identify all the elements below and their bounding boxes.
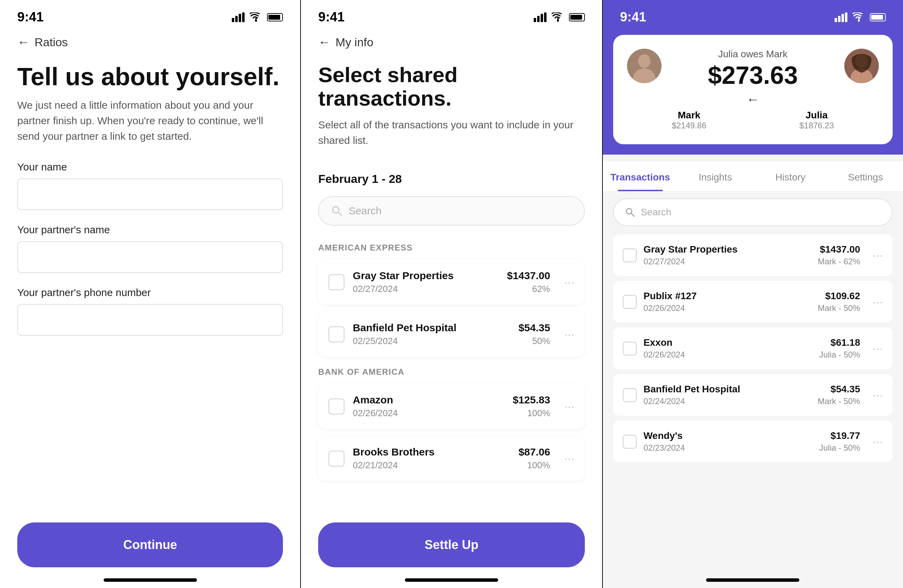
search-bar-3[interactable]: Search bbox=[613, 198, 893, 226]
tx-card-gray-star: Gray Star Properties 02/27/2024 $1437.00… bbox=[318, 259, 585, 305]
more-dots-publix-3[interactable]: ··· bbox=[867, 295, 883, 309]
your-name-group: Your name bbox=[0, 161, 300, 224]
tx-card-brooks: Brooks Brothers 02/21/2024 $87.06 100% ·… bbox=[318, 436, 585, 481]
tx-row-exxon-3: Exxon 02/26/2024 $61.18 Julia - 50% ··· bbox=[613, 328, 893, 369]
svg-rect-3 bbox=[242, 13, 245, 22]
bank-header-amex: AMERICAN EXPRESS bbox=[301, 240, 602, 259]
partner-phone-group: Your partner's phone number bbox=[0, 287, 300, 350]
tx-name-exxon-3: Exxon bbox=[643, 337, 812, 348]
tab-transactions[interactable]: Transactions bbox=[603, 162, 678, 191]
battery-icon-2 bbox=[569, 13, 585, 21]
tx-date-publix-3: 02/26/2024 bbox=[643, 303, 811, 313]
tx-info-exxon-3: Exxon 02/26/2024 bbox=[643, 337, 812, 359]
tx-check-gray-star-3[interactable] bbox=[623, 248, 637, 262]
tx-info-amazon: Amazon 02/26/2024 bbox=[353, 394, 504, 419]
tx-date-banfield-3: 02/24/2024 bbox=[643, 397, 811, 406]
search-placeholder-2: Search bbox=[349, 205, 381, 217]
partner-name-label: Your partner's name bbox=[17, 224, 283, 236]
status-bar-2: 9:41 bbox=[301, 0, 602, 28]
more-dots-exxon-3[interactable]: ··· bbox=[867, 341, 883, 356]
svg-point-9 bbox=[557, 20, 559, 22]
more-dots-amazon[interactable]: ··· bbox=[558, 399, 574, 414]
avatar-julia-image bbox=[844, 49, 879, 83]
signal-icon bbox=[232, 13, 245, 22]
tab-history[interactable]: History bbox=[753, 162, 828, 191]
balance-amount: $273.63 bbox=[708, 61, 798, 89]
tx-sub-gray-star-3: Mark - 62% bbox=[818, 257, 860, 267]
battery-icon-3 bbox=[870, 13, 886, 21]
tx-checkbox-brooks[interactable] bbox=[329, 451, 345, 467]
tx-amount-publix-3: $109.62 bbox=[818, 290, 860, 302]
tx-amount-brooks: $87.06 bbox=[519, 446, 550, 458]
julia-amount: $1876.23 bbox=[799, 121, 834, 130]
tx-row-gray-star-3: Gray Star Properties 02/27/2024 $1437.00… bbox=[613, 234, 893, 276]
tx-sub-wendys-3: Julia - 50% bbox=[819, 443, 860, 453]
tx-right-wendys-3: $19.77 Julia - 50% bbox=[819, 430, 860, 453]
bank-header-boa: BANK OF AMERICA bbox=[301, 364, 602, 384]
status-icons-2 bbox=[534, 13, 585, 22]
svg-line-26 bbox=[631, 213, 634, 216]
signal-icon-2 bbox=[534, 13, 547, 22]
tx-name-amazon: Amazon bbox=[353, 394, 504, 406]
back-arrow-2[interactable]: ← bbox=[318, 35, 330, 49]
phone-3: 9:41 bbox=[603, 0, 903, 588]
svg-rect-0 bbox=[232, 18, 234, 22]
tx-sub-publix-3: Mark - 50% bbox=[818, 303, 860, 313]
tx-date-exxon-3: 02/26/2024 bbox=[643, 350, 812, 359]
more-dots-banfield[interactable]: ··· bbox=[558, 327, 574, 342]
tx-right-amazon: $125.83 100% bbox=[513, 394, 550, 419]
avatar-mark-image bbox=[627, 49, 662, 83]
tx-info-publix-3: Publix #127 02/26/2024 bbox=[643, 290, 811, 313]
tx-info-gray-star: Gray Star Properties 02/27/2024 bbox=[353, 270, 499, 294]
tx-checkbox-banfield[interactable] bbox=[329, 326, 345, 342]
tx-date-gray-star-3: 02/27/2024 bbox=[643, 257, 811, 267]
wifi-icon bbox=[250, 13, 262, 22]
tx-right-gray-star-3: $1437.00 Mark - 62% bbox=[818, 244, 860, 267]
date-range: February 1 - 28 bbox=[301, 165, 602, 196]
settle-button[interactable]: Settle Up bbox=[318, 522, 585, 567]
tx-info-banfield: Banfield Pet Hospital 02/25/2024 bbox=[353, 322, 510, 347]
partner-phone-input[interactable] bbox=[17, 304, 283, 336]
back-arrow-1[interactable]: ← bbox=[17, 35, 30, 49]
more-dots-brooks[interactable]: ··· bbox=[558, 452, 574, 466]
tab-settings[interactable]: Settings bbox=[828, 162, 903, 191]
more-dots-gray-star-3[interactable]: ··· bbox=[867, 248, 883, 263]
tx-name-gray-star: Gray Star Properties bbox=[353, 270, 499, 282]
status-time-3: 9:41 bbox=[620, 9, 647, 25]
tx-check-publix-3[interactable] bbox=[623, 295, 637, 309]
status-bar-3: 9:41 bbox=[603, 0, 903, 28]
tx-check-exxon-3[interactable] bbox=[623, 342, 637, 356]
more-dots-banfield-3[interactable]: ··· bbox=[867, 388, 883, 402]
tx-pct-gray-star: 62% bbox=[507, 284, 550, 294]
tx-row-publix-3: Publix #127 02/26/2024 $109.62 Mark - 50… bbox=[613, 281, 893, 323]
wifi-icon-2 bbox=[552, 13, 564, 22]
partner-name-group: Your partner's name bbox=[0, 224, 300, 287]
tx-check-wendys-3[interactable] bbox=[623, 435, 637, 448]
tab-insights[interactable]: Insights bbox=[678, 162, 753, 191]
back-label-2: My info bbox=[335, 36, 373, 49]
tx-pct-banfield: 50% bbox=[519, 336, 550, 347]
partner-name-input[interactable] bbox=[17, 241, 283, 273]
back-nav-2[interactable]: ← My info bbox=[301, 28, 602, 53]
page-title-1: Tell us about yourself. bbox=[0, 53, 300, 97]
tx-amount-gray-star-3: $1437.00 bbox=[818, 244, 860, 255]
tx-check-banfield-3[interactable] bbox=[623, 388, 637, 402]
tx-date-amazon: 02/26/2024 bbox=[353, 408, 504, 419]
back-nav-1[interactable]: ← Ratios bbox=[0, 28, 300, 53]
more-dots-gray-star[interactable]: ··· bbox=[558, 275, 574, 290]
more-dots-wendys-3[interactable]: ··· bbox=[867, 434, 883, 449]
mark-amount: $2149.86 bbox=[672, 121, 706, 130]
balance-julia: Julia $1876.23 bbox=[799, 110, 834, 130]
search-bar-2[interactable]: Search bbox=[318, 196, 585, 226]
avatar-mark bbox=[627, 49, 662, 83]
tx-checkbox-amazon[interactable] bbox=[329, 398, 345, 414]
tx-info-brooks: Brooks Brothers 02/21/2024 bbox=[353, 446, 510, 471]
tx-checkbox-gray-star[interactable] bbox=[329, 274, 345, 290]
continue-button[interactable]: Continue bbox=[17, 522, 283, 567]
tx-amount-banfield: $54.35 bbox=[519, 322, 550, 334]
status-icons-1 bbox=[232, 13, 283, 22]
status-time-1: 9:41 bbox=[17, 9, 44, 25]
your-name-input[interactable] bbox=[17, 179, 283, 210]
page-subtitle-1: We just need a little information about … bbox=[0, 97, 300, 161]
svg-rect-7 bbox=[541, 14, 543, 22]
